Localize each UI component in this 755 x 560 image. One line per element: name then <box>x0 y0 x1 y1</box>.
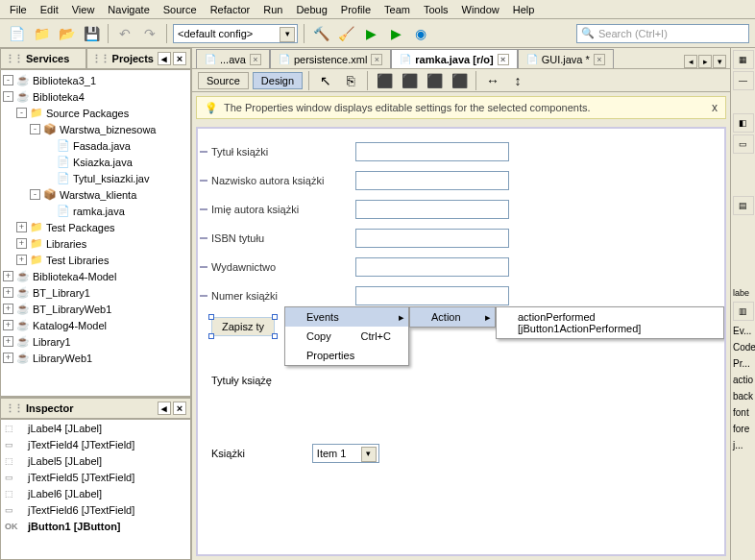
form-designer[interactable]: Tytuł książkiNazwisko autora książkiImię… <box>196 127 726 556</box>
expand-icon[interactable]: + <box>3 353 13 363</box>
selection-mode-icon[interactable]: ↖ <box>315 70 336 91</box>
palette-icon[interactable]: ▦ <box>733 50 754 69</box>
menu-debug[interactable]: Debug <box>290 2 332 17</box>
close-icon[interactable]: × <box>371 54 382 65</box>
props-icon[interactable]: ▤ <box>733 196 754 215</box>
item-combo[interactable]: Item 1 <box>312 444 379 463</box>
inspector-item[interactable]: ⬚jLabel6 [JLabel] <box>1 485 190 501</box>
menu-navigate[interactable]: Navigate <box>102 2 155 17</box>
resize-h-icon[interactable]: ↔ <box>482 70 503 91</box>
editor-tab[interactable]: 📄...ava× <box>196 49 270 68</box>
swing-icon[interactable]: ◧ <box>733 113 754 133</box>
editor-tab[interactable]: 📄persistence.xml× <box>270 49 391 68</box>
ctx-action[interactable]: Action ▸ <box>410 307 495 327</box>
projects-panel-header[interactable]: ⋮⋮ Projects ◂× <box>86 48 191 69</box>
clean-build-icon[interactable]: 🧹 <box>335 23 356 44</box>
inspector-panel-header[interactable]: ⋮⋮ Inspector ◂× <box>0 398 191 419</box>
right-panel-label[interactable]: Pr... <box>731 355 755 372</box>
menu-file[interactable]: File <box>4 2 33 17</box>
menu-window[interactable]: Window <box>456 2 505 17</box>
tree-node[interactable]: +BT_Library1 <box>3 284 188 301</box>
new-file-icon[interactable]: 📄 <box>6 23 27 44</box>
tree-node[interactable]: +Test Packages <box>3 219 188 235</box>
expand-icon[interactable]: + <box>16 222 27 232</box>
connection-mode-icon[interactable]: ⎘ <box>340 70 361 91</box>
resize-v-icon[interactable]: ↕ <box>507 70 528 91</box>
ctx-actionperformed[interactable]: actionPerformed [jButton1ActionPerformed… <box>497 307 723 338</box>
inspector-list[interactable]: ⬚jLabel4 [JLabel]▭jTextField4 [JTextFiel… <box>0 419 191 560</box>
events-submenu[interactable]: Action ▸ <box>409 306 496 328</box>
expand-icon[interactable]: - <box>16 108 27 118</box>
right-panel-label[interactable]: Code <box>731 339 755 355</box>
debug-icon[interactable]: ▶ <box>385 23 406 44</box>
tree-node[interactable]: -Source Packages <box>3 105 188 121</box>
nav-icon[interactable]: — <box>733 71 754 90</box>
tree-node[interactable]: +Library1 <box>3 333 188 350</box>
text-field[interactable] <box>355 257 509 277</box>
close-icon[interactable]: × <box>498 54 509 65</box>
tree-node[interactable]: +Biblioteka4-Model <box>3 268 188 284</box>
right-panel-label[interactable]: Ev... <box>731 323 755 339</box>
text-field[interactable] <box>355 171 509 190</box>
save-all-icon[interactable]: 💾 <box>81 23 102 44</box>
open-icon[interactable]: 📂 <box>56 23 77 44</box>
projects-tree[interactable]: -Biblioteka3_1-Biblioteka4-Source Packag… <box>0 69 191 397</box>
run-icon[interactable]: ▶ <box>360 23 381 44</box>
align-top-icon[interactable]: ⬛ <box>424 70 445 91</box>
right-panel-label[interactable]: back <box>731 388 755 404</box>
services-panel-header[interactable]: ⋮⋮ Services <box>0 48 86 69</box>
expand-icon[interactable]: - <box>30 189 40 200</box>
minimize-icon[interactable]: ◂ <box>158 52 171 65</box>
menu-team[interactable]: Team <box>378 2 416 17</box>
expand-icon[interactable]: + <box>3 271 13 281</box>
tree-node[interactable]: -Biblioteka3_1 <box>3 72 188 88</box>
tree-node[interactable]: ramka.java <box>3 203 188 219</box>
redo-icon[interactable]: ↷ <box>139 23 160 44</box>
expand-icon[interactable]: + <box>16 238 27 249</box>
editor-tab[interactable]: 📄ramka.java [r/o]× <box>391 49 517 68</box>
context-menu[interactable]: Events ▸ Copy Ctrl+C Properties <box>284 306 409 366</box>
expand-icon[interactable]: + <box>3 287 13 298</box>
menu-edit[interactable]: Edit <box>35 2 64 17</box>
ctx-events[interactable]: Events ▸ <box>285 307 408 327</box>
tree-node[interactable]: Fasada.java <box>3 137 188 154</box>
jbutton1[interactable]: Zapisz ty <box>211 317 275 336</box>
tree-node[interactable]: +Katalog4-Model <box>3 317 188 333</box>
inspector-item[interactable]: ⬚jLabel5 [JLabel] <box>1 452 190 469</box>
ctx-properties[interactable]: Properties <box>285 346 408 365</box>
align-bottom-icon[interactable]: ⬛ <box>449 70 470 91</box>
inspector-item[interactable]: OKjButton1 [JButton] <box>1 518 190 534</box>
text-field[interactable] <box>355 200 509 219</box>
text-field[interactable] <box>355 142 509 161</box>
tree-node[interactable]: +Libraries <box>3 235 188 252</box>
expand-icon[interactable]: + <box>3 320 13 330</box>
tree-node[interactable]: +BT_LibraryWeb1 <box>3 301 188 317</box>
tab-nav-icon[interactable]: ▾ <box>713 55 726 68</box>
inspector-item[interactable]: ▭jTextField5 [JTextField] <box>1 469 190 485</box>
expand-icon[interactable]: - <box>30 124 40 134</box>
tree-node[interactable]: +Test Libraries <box>3 252 188 268</box>
search-input[interactable]: 🔍 Search (Ctrl+I) <box>576 24 749 43</box>
profile-icon[interactable]: ◉ <box>410 23 431 44</box>
close-icon[interactable]: × <box>173 402 186 415</box>
ctx-copy[interactable]: Copy Ctrl+C <box>285 327 408 346</box>
expand-icon[interactable]: - <box>3 91 13 102</box>
inspector-item[interactable]: ⬚jLabel4 [JLabel] <box>1 420 190 436</box>
menu-view[interactable]: View <box>66 2 101 17</box>
right-panel-label[interactable]: j... <box>731 437 755 453</box>
align-right-icon[interactable]: ⬛ <box>399 70 420 91</box>
tree-node[interactable]: -Warstwa_biznesowa <box>3 121 188 137</box>
menu-run[interactable]: Run <box>257 2 288 17</box>
menu-profile[interactable]: Profile <box>335 2 377 17</box>
new-project-icon[interactable]: 📁 <box>31 23 52 44</box>
minimize-icon[interactable]: ◂ <box>158 402 171 415</box>
align-left-icon[interactable]: ⬛ <box>374 70 395 91</box>
action-submenu[interactable]: actionPerformed [jButton1ActionPerformed… <box>496 306 724 339</box>
menu-help[interactable]: Help <box>507 2 541 17</box>
config-combo[interactable]: <default config> <box>173 24 298 43</box>
inspector-item[interactable]: ▭jTextField4 [JTextField] <box>1 436 190 452</box>
close-icon[interactable]: x <box>712 101 718 114</box>
expand-icon[interactable]: - <box>3 75 13 85</box>
comp-icon[interactable]: ▭ <box>733 134 754 154</box>
expand-icon[interactable]: + <box>3 336 13 347</box>
